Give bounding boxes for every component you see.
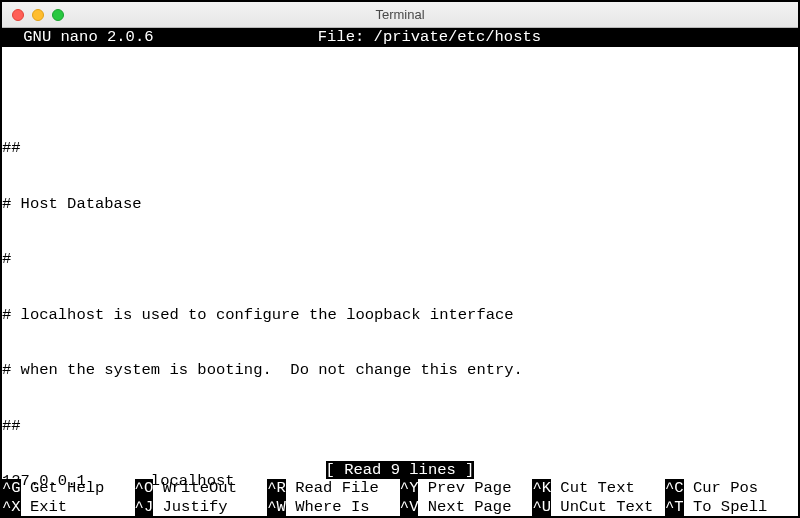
shortcut-label: To Spell [684,498,768,517]
shortcut-to-spell[interactable]: ^T To Spell [665,498,798,517]
nano-shortcuts: ^G Get Help ^O WriteOut ^R Read File ^Y … [2,479,798,516]
shortcut-writeout[interactable]: ^O WriteOut [135,479,268,498]
file-line: # when the system is booting. Do not cha… [2,361,798,380]
nano-status: [ Read 9 lines ] [2,461,798,480]
terminal-window: Terminal GNU nano 2.0.6 File: /private/e… [0,0,800,518]
file-content[interactable]: ## # Host Database # # localhost is used… [2,47,798,517]
shortcut-read-file[interactable]: ^R Read File [267,479,400,498]
file-line: ## [2,139,798,158]
shortcut-prev-page[interactable]: ^Y Prev Page [400,479,533,498]
window-controls [12,9,64,21]
nano-app-name: GNU nano 2.0.6 [4,28,163,47]
shortcut-label: Read File [286,479,388,498]
shortcut-exit[interactable]: ^X Exit [2,498,135,517]
zoom-icon[interactable] [52,9,64,21]
shortcut-label: Cut Text [551,479,644,498]
nano-status-text: [ Read 9 lines ] [326,461,475,480]
shortcut-row: ^X Exit ^J Justify ^W Where Is ^V Next P… [2,498,798,517]
shortcut-key: ^K [532,479,551,498]
shortcut-key: ^Y [400,479,419,498]
window-title: Terminal [2,7,798,22]
file-line: ## [2,417,798,436]
shortcut-justify[interactable]: ^J Justify [135,498,268,517]
shortcut-label: Exit [21,498,114,517]
shortcut-where-is[interactable]: ^W Where Is [267,498,400,517]
shortcut-key: ^X [2,498,21,517]
file-line: # localhost is used to configure the loo… [2,306,798,325]
shortcut-cut-text[interactable]: ^K Cut Text [532,479,665,498]
nano-file-label: File: /private/etc/hosts [318,28,641,47]
file-blank-line [2,84,798,103]
shortcut-key: ^O [135,479,154,498]
shortcut-key: ^T [665,498,684,517]
shortcut-key: ^W [267,498,286,517]
shortcut-label: Justify [153,498,246,517]
shortcut-key: ^R [267,479,286,498]
terminal-viewport[interactable]: GNU nano 2.0.6 File: /private/etc/hosts … [2,28,798,516]
shortcut-label: Cur Pos [684,479,758,498]
nano-header: GNU nano 2.0.6 File: /private/etc/hosts [2,28,798,47]
titlebar: Terminal [2,2,798,28]
shortcut-label: Next Page [418,498,520,517]
shortcut-row: ^G Get Help ^O WriteOut ^R Read File ^Y … [2,479,798,498]
shortcut-key: ^C [665,479,684,498]
shortcut-label: UnCut Text [551,498,653,517]
shortcut-uncut-text[interactable]: ^U UnCut Text [532,498,665,517]
shortcut-cur-pos[interactable]: ^C Cur Pos [665,479,798,498]
shortcut-next-page[interactable]: ^V Next Page [400,498,533,517]
shortcut-key: ^V [400,498,419,517]
shortcut-label: WriteOut [153,479,246,498]
file-line: # Host Database [2,195,798,214]
shortcut-key: ^J [135,498,154,517]
shortcut-key: ^U [532,498,551,517]
file-line: # [2,250,798,269]
shortcut-label: Where Is [286,498,379,517]
close-icon[interactable] [12,9,24,21]
minimize-icon[interactable] [32,9,44,21]
shortcut-label: Prev Page [418,479,520,498]
shortcut-get-help[interactable]: ^G Get Help [2,479,135,498]
shortcut-key: ^G [2,479,21,498]
shortcut-label: Get Help [21,479,114,498]
